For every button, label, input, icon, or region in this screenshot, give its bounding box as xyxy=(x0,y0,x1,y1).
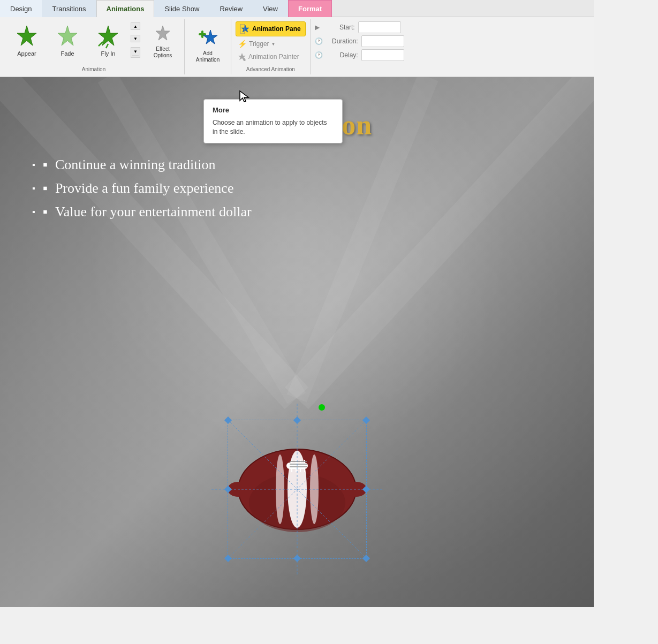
flyin-button[interactable]: Fly In xyxy=(89,21,127,59)
add-animation-group: AddAnimation x xyxy=(185,19,231,74)
effect-options-label: EffectOptions xyxy=(154,46,172,59)
scroll-down-button[interactable]: ▼ xyxy=(131,35,140,42)
bullet-icon-2: ▪ xyxy=(43,180,48,196)
svg-marker-5 xyxy=(156,26,170,40)
bullet-item-3: ▪ Value for your entertainment dollar xyxy=(32,204,594,220)
duration-label: Duration: xyxy=(326,37,358,45)
delay-row: 🕐 Delay: xyxy=(315,49,404,61)
bullet-icon-3: ▪ xyxy=(43,204,48,220)
add-animation-items: AddAnimation xyxy=(189,21,226,65)
effect-options-button[interactable]: EffectOptions xyxy=(146,21,180,61)
advanced-animation-label: Advanced Animation xyxy=(236,66,306,72)
scroll-up-button[interactable]: ▲ xyxy=(131,22,140,30)
start-label: Start: xyxy=(323,24,355,31)
bullet-text-1: Continue a winning tradition xyxy=(55,157,216,173)
animation-pane-label: Animation Pane xyxy=(252,25,301,33)
svg-line-4 xyxy=(106,44,108,48)
more-tooltip: More Choose an animation to apply to obj… xyxy=(203,99,343,143)
animation-items: Appear Fade xyxy=(7,21,180,65)
animation-pane-icon xyxy=(240,24,250,34)
start-input[interactable] xyxy=(358,21,401,33)
trigger-button[interactable]: ⚡ Trigger ▼ xyxy=(236,39,306,49)
tab-transitions[interactable]: Transitions xyxy=(42,0,96,17)
add-animation-icon xyxy=(194,24,221,50)
tooltip-body: Choose an animation to apply to objects … xyxy=(213,118,334,137)
football-container[interactable] xyxy=(211,404,383,575)
ribbon-tabs: Design Transitions Animations Slide Show… xyxy=(0,0,594,17)
ribbon-content: Appear Fade xyxy=(0,17,594,77)
start-row: ▶ Start: xyxy=(315,21,404,33)
fade-icon xyxy=(55,24,80,49)
svg-point-27 xyxy=(310,454,319,524)
tab-format[interactable]: Format xyxy=(288,0,332,17)
svg-point-37 xyxy=(345,482,367,497)
tab-design[interactable]: Design xyxy=(0,0,42,17)
mouse-cursor xyxy=(239,90,249,103)
bullet-text-2: Provide a fun family experience xyxy=(55,180,234,196)
bullet-item-1: ▪ Continue a winning tradition xyxy=(32,157,594,173)
animation-painter-icon xyxy=(238,52,246,61)
appear-button[interactable]: Appear xyxy=(7,21,46,59)
svg-marker-9 xyxy=(241,25,249,32)
trigger-icon: ⚡ xyxy=(238,40,247,48)
svg-point-26 xyxy=(276,454,284,524)
svg-rect-8 xyxy=(201,31,203,38)
bullet-list: ▪ Continue a winning tradition ▪ Provide… xyxy=(0,157,594,220)
animation-scroll-area: ▲ ▼ ▼ xyxy=(130,21,141,59)
tab-view[interactable]: View xyxy=(253,0,288,17)
delay-input[interactable] xyxy=(361,49,404,61)
delay-label: Delay: xyxy=(326,51,358,59)
tooltip-title: More xyxy=(213,106,334,114)
slide-canvas[interactable]: 2010 Season ▪ Continue a winning traditi… xyxy=(0,77,594,607)
effect-options-icon xyxy=(152,24,173,45)
tab-review[interactable]: Review xyxy=(209,0,253,17)
svg-marker-13 xyxy=(240,91,248,102)
animation-pane-button[interactable]: Animation Pane xyxy=(236,21,306,36)
svg-marker-1 xyxy=(58,26,77,46)
appear-icon xyxy=(14,24,40,49)
fade-label: Fade xyxy=(60,50,74,57)
add-animation-label: AddAnimation xyxy=(196,50,220,63)
fade-button[interactable]: Fade xyxy=(48,21,87,59)
appear-label: Appear xyxy=(17,50,36,57)
svg-marker-0 xyxy=(17,26,36,46)
tab-animations[interactable]: Animations xyxy=(96,0,155,17)
trigger-dropdown-icon: ▼ xyxy=(271,42,276,47)
animation-painter-button[interactable]: Animation Painter xyxy=(236,51,306,62)
animation-group-label: Animation xyxy=(82,65,105,72)
tab-slideshow[interactable]: Slide Show xyxy=(154,0,209,17)
more-animations-button[interactable]: ▼ xyxy=(131,47,140,58)
svg-marker-6 xyxy=(203,30,217,44)
ribbon: Design Transitions Animations Slide Show… xyxy=(0,0,594,77)
animation-painter-label: Animation Painter xyxy=(248,53,299,60)
trigger-label: Trigger xyxy=(249,40,269,48)
add-animation-button[interactable]: AddAnimation xyxy=(189,21,226,65)
duration-input[interactable] xyxy=(361,35,404,47)
advanced-animation-group: Animation Pane ⚡ Trigger ▼ Animation Pai… xyxy=(231,19,311,74)
flyin-label: Fly In xyxy=(101,50,116,57)
animation-group: Appear Fade xyxy=(3,19,185,74)
football-image xyxy=(211,404,383,575)
bullet-icon-1: ▪ xyxy=(43,157,48,173)
svg-point-36 xyxy=(228,482,249,497)
svg-point-25 xyxy=(288,451,307,528)
bullet-item-2: ▪ Provide a fun family experience xyxy=(32,180,594,196)
timing-group: ▶ Start: 🕐 Duration: 🕐 Delay: xyxy=(311,19,409,74)
bullet-text-3: Value for your entertainment dollar xyxy=(55,204,252,220)
tooltip-container: More Choose an animation to apply to obj… xyxy=(203,99,343,143)
flyin-icon xyxy=(95,24,121,49)
duration-row: 🕐 Duration: xyxy=(315,35,404,47)
